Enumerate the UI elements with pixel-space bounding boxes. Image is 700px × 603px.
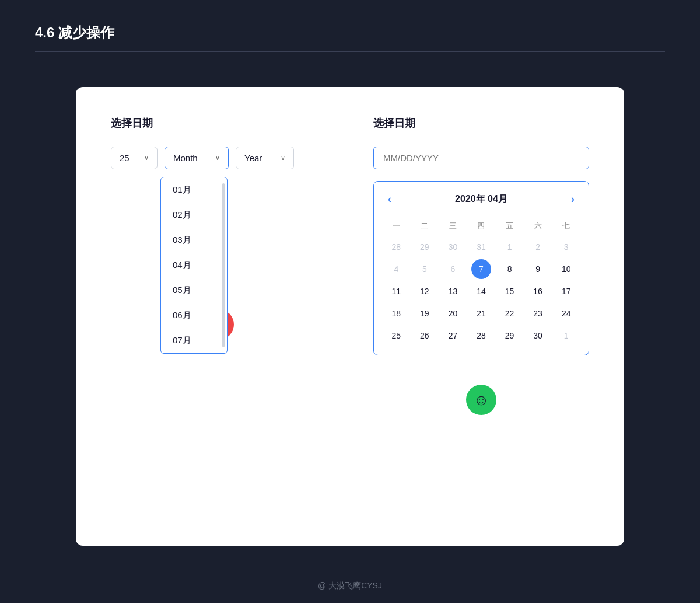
month-option-02[interactable]: 02月	[161, 203, 227, 228]
month-option-01[interactable]: 01月	[161, 177, 227, 203]
date-input[interactable]	[373, 147, 589, 169]
weekday-fri: 五	[496, 217, 523, 235]
cal-cell[interactable]: 25	[386, 326, 406, 346]
month-option-06[interactable]: 06月	[161, 303, 227, 328]
cal-cell[interactable]: 30	[443, 237, 463, 257]
cal-cell[interactable]: 29	[500, 326, 520, 346]
cal-cell[interactable]: 24	[556, 304, 576, 323]
month-option-04[interactable]: 04月	[161, 253, 227, 278]
cal-cell[interactable]: 22	[500, 304, 520, 323]
next-month-button[interactable]: ›	[566, 191, 579, 208]
cal-cell[interactable]: 27	[443, 326, 463, 346]
prev-month-button[interactable]: ‹	[383, 191, 396, 208]
cal-cell[interactable]: 12	[415, 281, 435, 301]
year-dropdown[interactable]: Year ∨	[236, 147, 294, 169]
month-dropdown-menu: 01月 02月 03月 04月 05月 06月 07月	[160, 177, 228, 354]
page-header: 4.6 减少操作	[0, 0, 700, 64]
cal-cell[interactable]: 18	[386, 304, 406, 323]
happy-face-icon: ☺	[474, 391, 489, 409]
weekday-thu: 四	[468, 217, 495, 235]
right-emoji-container: ☺	[373, 385, 589, 415]
card: 选择日期 25 ∨ Month ∨ Year ∨	[76, 87, 624, 546]
cal-cell[interactable]: 14	[471, 281, 491, 301]
calendar: ‹ 2020年 04月 › 一 二 三 四 五 六 七 28 29 30	[373, 181, 589, 355]
month-option-03[interactable]: 03月	[161, 228, 227, 253]
cal-cell[interactable]: 3	[556, 237, 576, 257]
month-option-05[interactable]: 05月	[161, 278, 227, 303]
chevron-down-icon: ∨	[281, 154, 285, 162]
footer-text: @ 大漠飞鹰CYSJ	[318, 581, 382, 590]
year-value: Year	[244, 153, 262, 163]
cal-cell[interactable]: 11	[386, 281, 406, 301]
cal-cell[interactable]: 19	[415, 304, 435, 323]
cal-cell[interactable]: 28	[386, 237, 406, 257]
chevron-down-icon: ∨	[144, 154, 149, 162]
cal-cell[interactable]: 28	[471, 326, 491, 346]
weekday-sat: 六	[525, 217, 551, 235]
weekday-sun: 七	[553, 217, 579, 235]
page-title: 4.6 减少操作	[35, 23, 665, 42]
cal-cell[interactable]: 10	[556, 259, 576, 279]
cal-cell[interactable]: 31	[471, 237, 491, 257]
main-content: 选择日期 25 ∨ Month ∨ Year ∨	[0, 64, 700, 569]
month-dropdown[interactable]: Month ∨	[164, 147, 229, 169]
divider	[35, 51, 665, 52]
cal-cell[interactable]: 29	[415, 237, 435, 257]
weekday-wed: 三	[440, 217, 466, 235]
cal-cell[interactable]: 21	[471, 304, 491, 323]
weekday-tue: 二	[412, 217, 438, 235]
chevron-down-icon: ∨	[215, 154, 220, 162]
scrollbar	[222, 183, 225, 347]
left-section: 选择日期 25 ∨ Month ∨ Year ∨	[111, 116, 327, 517]
cal-cell[interactable]: 1	[500, 237, 520, 257]
cal-cell[interactable]: 16	[528, 281, 548, 301]
calendar-month-title: 2020年 04月	[455, 193, 508, 205]
cal-cell[interactable]: 8	[500, 259, 520, 279]
cal-cell[interactable]: 1	[556, 326, 576, 346]
right-section: 选择日期 ‹ 2020年 04月 › 一 二 三 四 五 六 七	[373, 116, 589, 517]
cal-cell[interactable]: 23	[528, 304, 548, 323]
footer: @ 大漠飞鹰CYSJ	[306, 569, 394, 603]
month-option-07[interactable]: 07月	[161, 328, 227, 353]
cal-cell[interactable]: 4	[386, 259, 406, 279]
cal-cell[interactable]: 9	[528, 259, 548, 279]
cal-cell[interactable]: 6	[443, 259, 463, 279]
cal-cell[interactable]: 17	[556, 281, 576, 301]
right-section-title: 选择日期	[373, 116, 589, 130]
weekday-mon: 一	[383, 217, 410, 235]
calendar-grid: 一 二 三 四 五 六 七 28 29 30 31 1 2 3 4	[383, 217, 579, 346]
cal-cell-selected[interactable]: 7	[471, 259, 491, 279]
dropdowns-row: 25 ∨ Month ∨ Year ∨ 01月 02月 03月	[111, 147, 327, 169]
cal-cell[interactable]: 5	[415, 259, 435, 279]
calendar-header: ‹ 2020年 04月 ›	[383, 191, 579, 208]
cal-cell[interactable]: 26	[415, 326, 435, 346]
cal-cell[interactable]: 13	[443, 281, 463, 301]
left-section-title: 选择日期	[111, 116, 327, 130]
cal-cell[interactable]: 2	[528, 237, 548, 257]
month-value: Month	[173, 153, 198, 163]
cal-cell[interactable]: 15	[500, 281, 520, 301]
happy-emoji: ☺	[466, 385, 496, 415]
day-dropdown[interactable]: 25 ∨	[111, 147, 158, 169]
day-value: 25	[120, 153, 130, 163]
cal-cell[interactable]: 30	[528, 326, 548, 346]
cal-cell[interactable]: 20	[443, 304, 463, 323]
